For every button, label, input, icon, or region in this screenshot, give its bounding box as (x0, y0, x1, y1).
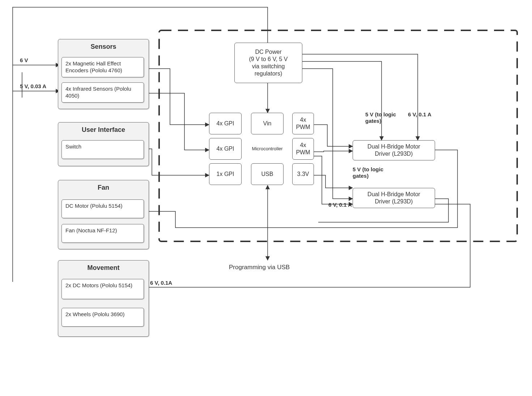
group-title-ui: User Interface (58, 126, 149, 134)
box-gpi4-a: 4x GPI (209, 113, 242, 134)
box-dc-power: DC Power (9 V to 6 V, 5 V via switching … (234, 43, 302, 83)
label-5v-003a: 5 V, 0.03 A (20, 83, 46, 90)
item-movement-motors: 2x DC Motors (Pololu 5154) (61, 279, 144, 299)
item-encoders: 2x Magnetic Hall Effect Encoders (Pololu… (61, 57, 144, 77)
label-usb-programming: Programming via USB (229, 264, 290, 271)
box-3v3: 3.3V (292, 163, 314, 185)
box-usb: USB (251, 163, 284, 185)
item-fan: Fan (Noctua NF-F12) (61, 224, 144, 243)
item-fan-motor: DC Motor (Polulu 5154) (61, 199, 144, 218)
box-gpi1: 1x GPI (209, 163, 242, 185)
label-5v-logic-1: 5 V (to logic gates) (365, 111, 396, 124)
label-6v: 6 V (20, 57, 28, 64)
box-gpi4-b: 4x GPI (209, 138, 242, 160)
item-switch: Switch (61, 140, 144, 159)
group-title-movement: Movement (58, 264, 149, 272)
box-driver-1: Dual H-Bridge Motor Driver (L293D) (353, 140, 435, 160)
label-5v-logic-2: 5 V (to logic gates) (353, 166, 383, 179)
label-6v-01a-1: 6 V, 0.1 A (408, 111, 431, 118)
box-vin: Vin (251, 113, 284, 134)
diagram-canvas: Sensors 2x Magnetic Hall Effect Encoders… (0, 0, 532, 396)
label-microcontroller: Microcontroller (250, 146, 285, 151)
item-ir-sensors: 4x Infrared Sensors (Pololu 4050) (61, 82, 144, 103)
box-driver-2: Dual H-Bridge Motor Driver (L293D) (353, 188, 435, 208)
label-6v-01a-2: 6 V, 0.1 A (328, 202, 352, 208)
group-title-fan: Fan (58, 184, 149, 191)
label-6v-01a-bottom: 6 V, 0.1A (150, 280, 172, 286)
group-title-sensors: Sensors (58, 43, 149, 51)
item-wheels: 2x Wheels (Pololu 3690) (61, 308, 144, 327)
box-pwm-b: 4x PWM (292, 138, 314, 160)
box-pwm-a: 4x PWM (292, 113, 314, 134)
svg-rect-0 (159, 30, 517, 241)
